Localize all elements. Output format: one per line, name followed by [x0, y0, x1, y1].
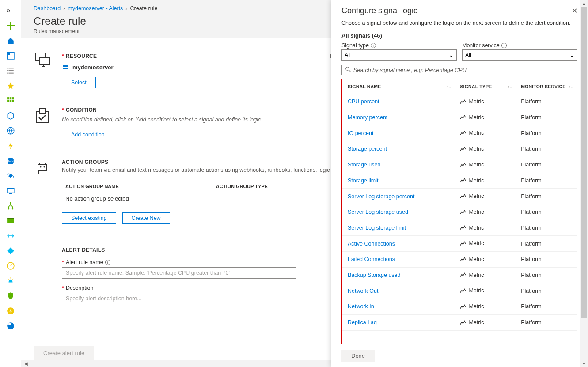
nav-expand-icon[interactable]: » [4, 4, 18, 18]
search-box[interactable] [341, 65, 577, 75]
nav-storage-icon[interactable] [4, 214, 18, 228]
nav-home-icon[interactable] [4, 34, 18, 48]
nav-star-icon[interactable] [4, 79, 18, 93]
signal-row[interactable]: Replica LagMetricPlatform [342, 314, 577, 330]
scroll-up-icon[interactable]: ▲ [582, 1, 586, 6]
search-input[interactable] [353, 67, 573, 73]
signal-name-cell[interactable]: Storage limit [342, 173, 455, 189]
monitor-service-cell: Platform [516, 267, 577, 283]
action-groups-label: ACTION GROUPS [62, 159, 108, 165]
svg-rect-6 [9, 100, 11, 102]
signal-row[interactable]: Memory percentMetricPlatform [342, 110, 577, 125]
signal-type-select[interactable]: All⌄ [341, 49, 457, 61]
nav-list-icon[interactable] [4, 64, 18, 78]
svg-text:$: $ [9, 309, 11, 313]
info-icon[interactable]: i [501, 43, 507, 48]
close-icon[interactable]: ✕ [572, 7, 577, 15]
nav-cube-icon[interactable] [4, 109, 18, 123]
signal-name-cell[interactable]: Server Log storage percent [342, 189, 455, 204]
nav-grid-icon[interactable] [4, 94, 18, 108]
chevron-right-icon: › [125, 5, 127, 11]
signal-name-cell[interactable]: Storage used [342, 157, 455, 173]
scrollbar-thumb[interactable] [581, 7, 587, 360]
signal-name-cell[interactable]: CPU percent [342, 94, 455, 110]
nav-dashboard-icon[interactable] [4, 49, 18, 63]
action-groups-icon [34, 159, 51, 177]
scroll-left-icon[interactable]: ◀ [23, 361, 29, 366]
signal-name-cell[interactable]: Memory percent [342, 110, 455, 125]
nav-security-icon[interactable] [4, 289, 18, 303]
signal-name-cell[interactable]: Replica Lag [342, 314, 455, 330]
nav-cosmos-icon[interactable] [4, 169, 18, 183]
info-icon[interactable]: i [371, 43, 376, 48]
alert-name-input[interactable] [62, 267, 296, 279]
nav-globe-icon[interactable] [4, 124, 18, 138]
signal-row[interactable]: Server Log storage usedMetricPlatform [342, 204, 577, 220]
select-existing-button[interactable]: Select existing [62, 212, 116, 224]
metric-icon [460, 193, 466, 200]
nav-sql-icon[interactable]: SQL [4, 154, 18, 168]
panel-vertical-scrollbar[interactable]: ▲ ▼ [580, 0, 588, 367]
info-icon[interactable]: i [105, 260, 110, 265]
col-monitor-service[interactable]: MONITOR SERVICE↑↓ [516, 79, 577, 94]
nav-advisor-icon[interactable] [4, 274, 18, 288]
svg-point-14 [10, 202, 11, 204]
signal-row[interactable]: Network OutMetricPlatform [342, 283, 577, 299]
signal-row[interactable]: IO percentMetricPlatform [342, 125, 577, 141]
metric-icon [460, 99, 466, 105]
signal-row[interactable]: Backup Storage usedMetricPlatform [342, 267, 577, 283]
signal-row[interactable]: Server Log storage limitMetricPlatform [342, 220, 577, 236]
nav-monitor-icon[interactable] [4, 259, 18, 273]
nav-help-icon[interactable] [4, 319, 18, 333]
signal-name-cell[interactable]: IO percent [342, 125, 455, 141]
signal-row[interactable]: Storage limitMetricPlatform [342, 173, 577, 189]
col-signal-type[interactable]: SIGNAL TYPE↑↓ [455, 79, 516, 94]
svg-rect-2 [7, 97, 9, 99]
nav-network-icon[interactable] [4, 229, 18, 243]
signal-type-cell: Metric [455, 110, 516, 125]
select-button[interactable]: Select [62, 77, 96, 88]
signal-name-cell[interactable]: Network Out [342, 283, 455, 299]
create-alert-rule-button[interactable]: Create alert rule [34, 346, 94, 360]
svg-rect-30 [38, 164, 47, 170]
create-new-button[interactable]: Create New [122, 212, 170, 224]
signal-row[interactable]: Active ConnectionsMetricPlatform [342, 236, 577, 252]
scroll-down-icon[interactable]: ▼ [582, 361, 586, 366]
signal-row[interactable]: Server Log storage percentMetricPlatform [342, 189, 577, 204]
signals-table-wrap: SIGNAL NAME↑↓ SIGNAL TYPE↑↓ MONITOR SERV… [341, 79, 577, 344]
col-signal-name[interactable]: SIGNAL NAME↑↓ [342, 79, 455, 94]
svg-point-16 [11, 208, 13, 209]
signal-row[interactable]: Failed ConnectionsMetricPlatform [342, 252, 577, 268]
nav-function-icon[interactable] [4, 139, 18, 153]
signal-row[interactable]: Network InMetricPlatform [342, 299, 577, 315]
alert-desc-input[interactable] [62, 293, 296, 304]
signal-name-cell[interactable]: Server Log storage used [342, 204, 455, 220]
nav-loadbalancer-icon[interactable] [4, 199, 18, 213]
monitor-service-cell: Platform [516, 110, 577, 125]
monitor-service-cell: Platform [516, 204, 577, 220]
signal-name-cell[interactable]: Failed Connections [342, 252, 455, 268]
nav-aad-icon[interactable] [4, 244, 18, 258]
signal-row[interactable]: Storage percentMetricPlatform [342, 141, 577, 157]
monitor-service-select[interactable]: All⌄ [462, 49, 577, 61]
signal-type-cell: Metric [455, 125, 516, 141]
monitor-service-cell: Platform [516, 173, 577, 189]
done-button[interactable]: Done [341, 350, 375, 362]
signal-row[interactable]: Storage usedMetricPlatform [342, 157, 577, 173]
nav-cost-icon[interactable]: $ [4, 304, 18, 318]
signal-name-cell[interactable]: Storage percent [342, 141, 455, 157]
breadcrumb-server[interactable]: mydemoserver - Alerts [68, 5, 123, 11]
monitor-service-cell: Platform [516, 157, 577, 173]
signal-row[interactable]: CPU percentMetricPlatform [342, 94, 577, 110]
resource-name: mydemoserver [72, 64, 114, 71]
nav-vm-icon[interactable] [4, 184, 18, 198]
condition-label: CONDITION [66, 107, 97, 113]
signal-name-cell[interactable]: Backup Storage used [342, 267, 455, 283]
metric-icon [460, 241, 466, 247]
signal-name-cell[interactable]: Network In [342, 299, 455, 315]
signal-name-cell[interactable]: Active Connections [342, 236, 455, 252]
add-condition-button[interactable]: Add condition [62, 129, 114, 140]
nav-add-icon[interactable] [4, 19, 18, 33]
signal-name-cell[interactable]: Server Log storage limit [342, 220, 455, 236]
breadcrumb-dashboard[interactable]: Dashboard [34, 5, 61, 11]
